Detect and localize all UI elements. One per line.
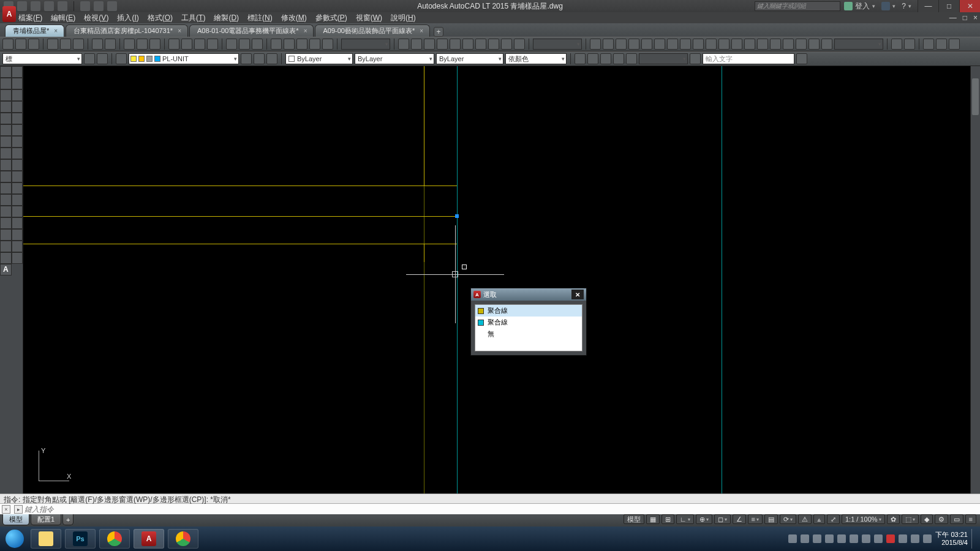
linetype-combo[interactable]: ByLayer <box>355 53 434 64</box>
tool-button[interactable] <box>744 39 755 50</box>
add-layout-button[interactable]: + <box>62 514 74 525</box>
minimize-button[interactable]: — <box>918 0 938 12</box>
tool-text-a[interactable]: A <box>0 264 12 276</box>
tool-scale[interactable] <box>12 206 23 217</box>
maximize-button[interactable]: □ <box>938 0 959 12</box>
qat-icon[interactable] <box>17 1 27 11</box>
plotstyle-combo[interactable]: 依顏色 <box>505 53 567 64</box>
file-tab[interactable]: 台東精品酒店套房樓pL-1040731*× <box>66 24 188 37</box>
tool-button[interactable] <box>398 39 409 50</box>
tool-move[interactable] <box>0 182 12 194</box>
menu-modify[interactable]: 修改(M) <box>281 13 307 23</box>
tool-button[interactable] <box>137 39 148 50</box>
tool-button[interactable] <box>284 39 295 50</box>
tray-clock[interactable]: 下午 03:21 2015/8/4 <box>935 531 968 547</box>
file-tab[interactable]: 青埔樣品屋*× <box>5 24 64 37</box>
tool-button[interactable] <box>613 53 624 64</box>
tray-volume-icon[interactable] <box>911 534 919 543</box>
tool-insert[interactable] <box>12 124 23 136</box>
status-annoscale-button[interactable]: ⟁ <box>813 514 825 524</box>
tool-button[interactable] <box>706 39 717 50</box>
status-grid-button[interactable]: ▦ <box>646 514 660 524</box>
tray-network-icon[interactable] <box>899 534 907 543</box>
tool-button[interactable] <box>770 39 781 50</box>
tool-button[interactable] <box>923 39 934 50</box>
tray-icon[interactable] <box>923 534 932 543</box>
file-tab[interactable]: A09-00藝術品裝飾品平面線表*× <box>315 24 430 37</box>
menu-help[interactable]: 說明(H) <box>391 13 416 23</box>
taskbar-photoshop[interactable]: Ps <box>65 529 96 549</box>
menu-edit[interactable]: 編輯(E) <box>51 13 75 23</box>
tool-button[interactable] <box>731 39 742 50</box>
tool-button[interactable] <box>84 53 95 64</box>
workspace-combo[interactable] <box>341 39 390 50</box>
tool-button[interactable] <box>241 53 252 64</box>
tool-button[interactable] <box>411 39 422 50</box>
tool-hatch[interactable] <box>0 148 12 159</box>
status-model-button[interactable]: 模型 <box>624 514 644 524</box>
tool-button[interactable] <box>424 39 435 50</box>
tool-offset[interactable] <box>12 252 23 264</box>
tool-line[interactable] <box>0 66 12 78</box>
menu-tools[interactable]: 工具(T) <box>181 13 205 23</box>
layer-properties-button[interactable] <box>116 53 127 64</box>
signin-button[interactable]: 登入 ▾ <box>844 1 875 12</box>
tray-icon[interactable] <box>801 534 809 543</box>
qat-icon[interactable] <box>44 1 54 11</box>
tool-chamfer[interactable] <box>12 229 23 241</box>
tool-button[interactable] <box>616 39 627 50</box>
status-lwt-button[interactable]: ≡▾ <box>748 514 763 524</box>
mdi-maximize[interactable]: □ <box>963 13 967 22</box>
tool-button[interactable] <box>254 53 265 64</box>
taskbar-autocad[interactable]: A <box>134 529 164 549</box>
infocenter-search[interactable]: 鍵入關鍵字或詞組 <box>755 1 840 11</box>
tool-button[interactable] <box>226 39 237 50</box>
group-combo[interactable] <box>533 39 582 50</box>
tool-button[interactable] <box>587 53 598 64</box>
status-custom-button[interactable]: ≡ <box>965 514 976 524</box>
tool-fillet[interactable] <box>0 229 12 241</box>
textstyle-combo[interactable] <box>639 53 688 64</box>
tool-button[interactable] <box>904 39 915 50</box>
status-polar-button[interactable]: ⊕▾ <box>696 514 712 524</box>
help-button[interactable]: ?▾ <box>902 2 911 10</box>
model-tab[interactable]: 模型 <box>2 514 29 525</box>
lineweight-combo[interactable]: ByLayer <box>436 53 503 64</box>
tool-table[interactable] <box>12 159 23 171</box>
tool-button[interactable] <box>97 53 108 64</box>
tool-copy[interactable] <box>12 182 23 194</box>
qat-icon[interactable] <box>94 1 104 11</box>
tray-icon[interactable] <box>813 534 821 543</box>
mdi-minimize[interactable]: — <box>949 13 957 22</box>
tool-pline[interactable] <box>0 78 12 89</box>
taskbar-explorer[interactable] <box>31 529 61 549</box>
tool-ellipsearc[interactable] <box>0 124 12 136</box>
tool-button[interactable] <box>718 39 729 50</box>
tool-button[interactable] <box>15 39 26 50</box>
tool-trim[interactable] <box>0 217 12 229</box>
tool-revcloud[interactable] <box>12 101 23 113</box>
tool-button[interactable] <box>437 39 448 50</box>
tool-button[interactable] <box>796 39 807 50</box>
start-button[interactable] <box>2 527 27 551</box>
tool-extend[interactable] <box>12 217 23 229</box>
tool-button[interactable] <box>47 39 58 50</box>
popup-close-button[interactable]: ✕ <box>571 290 584 299</box>
tool-button[interactable] <box>641 39 652 50</box>
tool-rectangle[interactable] <box>0 89 12 101</box>
tray-icon[interactable] <box>825 534 834 543</box>
tool-button[interactable] <box>667 39 678 50</box>
menu-window[interactable]: 視窗(W) <box>356 13 382 23</box>
status-osnap-button[interactable]: ◻▾ <box>714 514 731 524</box>
tray-icon[interactable] <box>788 534 797 543</box>
tool-ellipse[interactable] <box>12 113 23 124</box>
tool-button[interactable] <box>124 39 135 50</box>
tool-button[interactable] <box>239 39 250 50</box>
taskbar-chrome[interactable] <box>99 529 130 549</box>
find-button[interactable] <box>796 53 807 64</box>
close-tab-icon[interactable]: × <box>54 28 58 34</box>
selection-option[interactable]: 聚合線 <box>475 305 582 317</box>
drawing-canvas[interactable]: YX 選取 ✕ 聚合線 聚合線 無 <box>23 66 970 493</box>
tool-button[interactable] <box>207 39 218 50</box>
annot-combo[interactable] <box>834 39 883 50</box>
